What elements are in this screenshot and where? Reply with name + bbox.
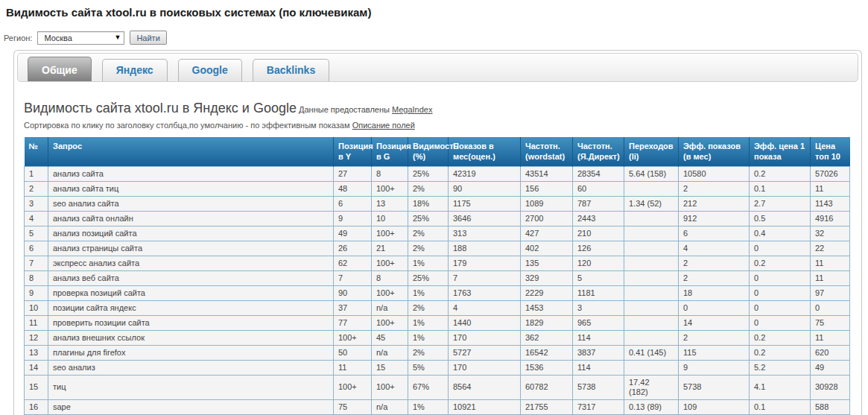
table-cell: 1440 bbox=[449, 315, 521, 330]
table-cell: 1.34 (52) bbox=[624, 196, 679, 211]
table-cell bbox=[624, 300, 679, 315]
table-cell: 0.2 bbox=[750, 345, 811, 360]
table-cell: анализ сайта bbox=[48, 166, 334, 181]
tab-google[interactable]: Google bbox=[178, 59, 242, 81]
table-cell: 5.64 (158) bbox=[624, 166, 679, 181]
table-cell: 2700 bbox=[521, 211, 573, 226]
table-cell: 2.7 bbox=[750, 196, 811, 211]
column-header[interactable]: Позиция в Y bbox=[334, 137, 372, 166]
table-row: 2анализ сайта тиц48100+2%901566020.111 bbox=[25, 181, 850, 196]
table-cell: 0 bbox=[679, 300, 750, 315]
table-cell: 0 bbox=[750, 241, 811, 256]
table-cell: 11 bbox=[811, 256, 850, 270]
table-cell: 1% bbox=[408, 285, 449, 300]
column-header[interactable]: Цена топ 10 bbox=[811, 137, 850, 166]
table-cell: 11 bbox=[811, 181, 850, 196]
table-cell: 126 bbox=[573, 241, 624, 256]
table-cell: 100+ bbox=[372, 256, 408, 270]
table-cell: 170 bbox=[449, 330, 521, 345]
table-cell: 14 bbox=[25, 360, 48, 375]
table-cell: анализ сайта онлайн bbox=[48, 211, 334, 226]
tab-backlinks[interactable]: Backlinks bbox=[253, 59, 329, 81]
table-cell bbox=[624, 241, 679, 256]
table-cell: 0.13 (89) bbox=[624, 399, 679, 414]
provider-note-text: Данные предоставлены bbox=[299, 105, 390, 114]
column-header[interactable]: Частотн. (wordstat) bbox=[521, 137, 573, 166]
table-cell: 427 bbox=[521, 226, 573, 241]
column-header[interactable]: Эфф. цена 1 показа bbox=[750, 137, 811, 166]
table-cell: плагины для firefox bbox=[48, 345, 334, 360]
table-cell: 22 bbox=[811, 241, 850, 256]
table-cell: 0.4 bbox=[750, 226, 811, 241]
column-header[interactable]: Позиция в G bbox=[372, 137, 408, 166]
table-cell: 4 bbox=[25, 211, 48, 226]
table-cell: 14 bbox=[679, 315, 750, 330]
column-header[interactable]: Показов в мес(оцен.) bbox=[449, 137, 521, 166]
table-cell: 620 bbox=[811, 345, 850, 360]
table-cell bbox=[624, 330, 679, 345]
table-cell: 67% bbox=[408, 375, 449, 399]
table-header-row: №ЗапросПозиция в YПозиция в GВидимость (… bbox=[25, 137, 850, 166]
tab-yandex[interactable]: Яндекс bbox=[102, 59, 168, 81]
table-cell: 10 bbox=[372, 211, 408, 226]
table-cell: 109 bbox=[679, 399, 750, 414]
table-cell: 965 bbox=[573, 315, 624, 330]
table-cell: позиции сайта яндекс bbox=[48, 300, 334, 315]
table-cell: 0 bbox=[750, 285, 811, 300]
table-cell: 6 bbox=[334, 196, 372, 211]
fields-description-link[interactable]: Описание полей bbox=[352, 121, 415, 130]
table-cell: 26 bbox=[334, 241, 372, 256]
region-bar: Регион: Москва ▼ Найти bbox=[4, 31, 868, 45]
table-cell bbox=[624, 360, 679, 375]
column-header[interactable]: Запрос bbox=[48, 137, 334, 166]
table-cell: 1829 bbox=[521, 315, 573, 330]
table-cell: 5727 bbox=[449, 345, 521, 360]
table-cell: анализ веб сайта bbox=[48, 270, 334, 285]
column-header[interactable]: Видимость (%) bbox=[408, 137, 449, 166]
table-row: 10позиции сайта яндекс37n/a2%414533000 bbox=[25, 300, 850, 315]
table-cell: 0.5 bbox=[750, 211, 811, 226]
column-header[interactable]: Эфф. показов (в мес) bbox=[679, 137, 750, 166]
table-cell bbox=[624, 315, 679, 330]
table-cell: 7 bbox=[334, 270, 372, 285]
table-cell: 27 bbox=[334, 166, 372, 181]
table-cell: 7 bbox=[449, 270, 521, 285]
column-header[interactable]: Переходов (li) bbox=[624, 137, 679, 166]
section-head: Видимость сайта xtool.ru в Яндекс и Goog… bbox=[24, 101, 855, 116]
table-cell: 10 bbox=[25, 300, 48, 315]
table-cell: 100+ bbox=[334, 330, 372, 345]
table-cell: 9 bbox=[334, 211, 372, 226]
table-cell: анализ сайта тиц bbox=[48, 181, 334, 196]
table-cell: анализ позиций сайта bbox=[48, 226, 334, 241]
column-header[interactable]: № bbox=[25, 137, 48, 166]
table-cell: 0.2 bbox=[750, 166, 811, 181]
table-cell: 2% bbox=[408, 345, 449, 360]
table-cell: 115 bbox=[679, 345, 750, 360]
table-cell: 912 bbox=[679, 211, 750, 226]
table-row: 5анализ позиций сайта49100+2%31342721060… bbox=[25, 226, 850, 241]
find-button[interactable]: Найти bbox=[130, 31, 166, 45]
table-cell: 18 bbox=[679, 285, 750, 300]
table-cell: 4 bbox=[449, 300, 521, 315]
table-cell: 188 bbox=[449, 241, 521, 256]
tab-general[interactable]: Общие bbox=[28, 57, 92, 81]
column-header[interactable]: Частотн. (Я.Директ) bbox=[573, 137, 624, 166]
table-cell: 313 bbox=[449, 226, 521, 241]
table-cell: 43514 bbox=[521, 166, 573, 181]
table-cell: 114 bbox=[573, 330, 624, 345]
table-cell: 49 bbox=[334, 226, 372, 241]
table-cell: 4.1 bbox=[750, 375, 811, 399]
table-cell: 4916 bbox=[811, 211, 850, 226]
table-cell: 18% bbox=[408, 196, 449, 211]
table-cell: 210 bbox=[573, 226, 624, 241]
table-cell: seo анализ bbox=[48, 360, 334, 375]
provider-link[interactable]: MegaIndex bbox=[392, 105, 432, 114]
table-cell: 1763 bbox=[449, 285, 521, 300]
table-cell: 8564 bbox=[449, 375, 521, 399]
table-cell: 11 bbox=[25, 315, 48, 330]
table-cell: 17.42 (182) bbox=[624, 375, 679, 399]
table-cell: 212 bbox=[679, 196, 750, 211]
table-cell: 11 bbox=[811, 330, 850, 345]
region-select[interactable]: Москва ▼ bbox=[37, 31, 124, 45]
table-cell: 5 bbox=[573, 270, 624, 285]
